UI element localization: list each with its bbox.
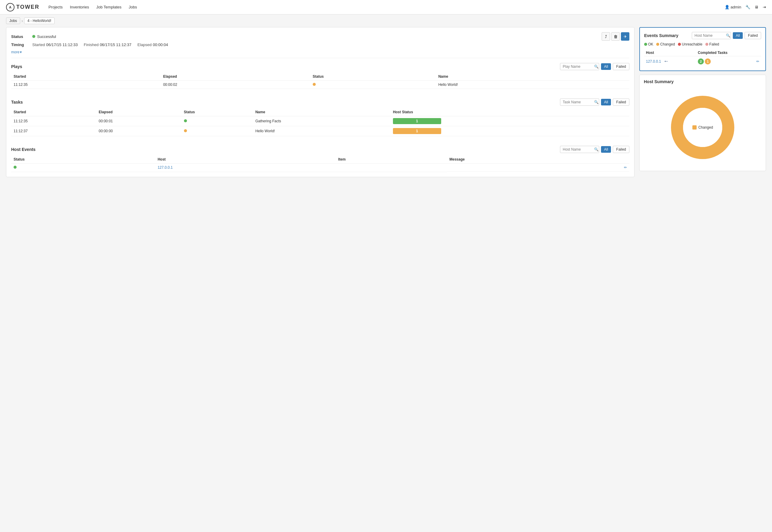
- status-dot: [184, 129, 187, 132]
- plays-col-elapsed: Elapsed: [161, 73, 310, 81]
- status-dot: [32, 35, 35, 38]
- host-status-bar: 1: [393, 118, 441, 124]
- changed-legend-label: Changed: [698, 125, 713, 130]
- started-item: Started 06/17/15 11:12:33: [32, 42, 78, 47]
- host-events-search-box: 🔍: [560, 146, 599, 153]
- changed-legend-swatch: [692, 125, 697, 130]
- status-actions: ⤴ 🗑 ✈: [602, 32, 629, 41]
- tasks-col-host-status: Host Status: [391, 108, 629, 116]
- status-value: Successful: [32, 34, 602, 39]
- plays-title: Plays: [11, 64, 22, 69]
- ok-label: OK: [648, 42, 653, 46]
- events-summary-filter: 🔍 All Failed: [692, 32, 761, 39]
- nav-jobs[interactable]: Jobs: [129, 5, 137, 9]
- top-nav: A TOWER Projects Inventories Job Templat…: [0, 0, 772, 14]
- events-search-input[interactable]: [695, 33, 725, 38]
- delete-button[interactable]: 🗑: [611, 32, 620, 41]
- breadcrumb: Jobs › 4 - HelloWorld!: [0, 14, 772, 27]
- breadcrumb-jobs[interactable]: Jobs: [6, 17, 20, 24]
- tasks-search-input[interactable]: [563, 100, 593, 104]
- plays-all-button[interactable]: All: [601, 63, 611, 70]
- legend-unreachable: Unreachable: [678, 42, 702, 46]
- failed-label: Failed: [709, 42, 719, 46]
- play-started: 11:12:35: [11, 81, 161, 89]
- right-panel: Events Summary 🔍 All Failed OK: [639, 27, 766, 177]
- table-row: 11:12:37 00:00:00 Hello World! 1: [11, 126, 629, 136]
- finished-item: Finished 06/17/15 11:12:37: [84, 42, 131, 47]
- chevron-down-icon: ▾: [20, 50, 22, 54]
- status-dot: [14, 166, 17, 169]
- status-row: Status Successful ⤴ 🗑 ✈: [11, 32, 629, 41]
- host-events-failed-button[interactable]: Failed: [613, 146, 629, 153]
- wrench-icon[interactable]: 🔧: [745, 5, 750, 9]
- task-name: Gathering Facts: [253, 116, 391, 126]
- finished-value: 06/17/15 11:12:37: [100, 42, 131, 47]
- he-col-status: Status: [11, 155, 155, 164]
- tasks-filter: 🔍 All Failed: [560, 99, 629, 106]
- external-link-button[interactable]: ⤴: [602, 32, 610, 41]
- plays-filter: 🔍 All Failed: [560, 63, 629, 70]
- timing-label: Timing: [11, 42, 32, 47]
- ev-tasks: 2 1 ✏: [696, 56, 761, 67]
- donut-legend: Changed: [692, 125, 713, 130]
- user-icon: 👤: [725, 5, 730, 9]
- nav-inventories[interactable]: Inventories: [70, 5, 89, 9]
- tasks-failed-button[interactable]: Failed: [613, 99, 629, 106]
- events-summary-title: Events Summary: [644, 33, 679, 38]
- tasks-col-status: Status: [181, 108, 253, 116]
- plays-failed-button[interactable]: Failed: [613, 63, 629, 70]
- monitor-icon[interactable]: 🖥: [755, 5, 758, 9]
- status-section: Status Successful ⤴ 🗑 ✈ Timing Started 0…: [11, 32, 629, 54]
- ok-badge: 2: [698, 58, 704, 64]
- search-icon: 🔍: [594, 100, 599, 104]
- events-legend: OK Changed Unreachable Failed: [644, 42, 761, 46]
- task-started: 11:12:37: [11, 126, 96, 136]
- he-col-item: Item: [336, 155, 447, 164]
- host-events-search-input[interactable]: [563, 147, 593, 152]
- edit-icon[interactable]: ✏: [756, 59, 759, 64]
- play-name: Hello World!: [436, 81, 629, 89]
- table-row: 127.0.0.1 ✏: [11, 164, 629, 172]
- nav-job-templates[interactable]: Job Templates: [96, 5, 121, 9]
- spacer-2: [11, 136, 629, 141]
- plays-search-input[interactable]: [563, 64, 593, 69]
- host-events-table: Status Host Item Message 127.0.0.1 ✏: [11, 155, 629, 172]
- task-host-status: 1: [391, 116, 629, 126]
- main-content: Status Successful ⤴ 🗑 ✈ Timing Started 0…: [0, 27, 772, 183]
- nav-projects[interactable]: Projects: [49, 5, 63, 9]
- he-col-message: Message: [447, 155, 629, 164]
- search-icon: 🔍: [726, 33, 730, 38]
- changed-dot: [656, 43, 659, 46]
- more-link[interactable]: more ▾: [11, 50, 22, 54]
- status-dot: [184, 119, 187, 122]
- ev-host-link[interactable]: 127.0.0.1: [646, 59, 661, 64]
- edit-icon[interactable]: ✏: [624, 165, 627, 170]
- task-elapsed: 00:00:00: [96, 126, 181, 136]
- plays-col-started: Started: [11, 73, 161, 81]
- timing-values: Started 06/17/15 11:12:33 Finished 06/17…: [32, 42, 168, 47]
- unreachable-dot: [678, 43, 681, 46]
- host-link[interactable]: 127.0.0.1: [158, 165, 173, 170]
- logout-icon[interactable]: ⇥: [763, 5, 766, 9]
- he-item: [336, 164, 447, 172]
- breadcrumb-separator: ›: [21, 18, 23, 23]
- events-failed-button[interactable]: Failed: [745, 32, 761, 39]
- rocket-button[interactable]: ✈: [621, 32, 629, 41]
- events-all-button[interactable]: All: [733, 32, 743, 39]
- tasks-title: Tasks: [11, 100, 23, 105]
- host-events-filter: 🔍 All Failed: [560, 146, 629, 153]
- ok-dot: [644, 43, 647, 46]
- donut-container: Changed: [644, 88, 761, 167]
- tasks-all-button[interactable]: All: [601, 99, 611, 105]
- changed-badge: 1: [705, 58, 711, 64]
- logo-icon: A: [6, 3, 14, 11]
- host-events-all-button[interactable]: All: [601, 146, 611, 153]
- started-label: Started: [32, 42, 45, 47]
- tasks-table: Started Elapsed Status Name Host Status …: [11, 108, 629, 136]
- events-search-box: 🔍: [692, 32, 731, 39]
- badges-cell: 2 1 ✏: [698, 58, 759, 64]
- events-summary-header: Events Summary 🔍 All Failed: [644, 32, 761, 39]
- table-row: 11:12:35 00:00:02 Hello World!: [11, 81, 629, 89]
- finished-label: Finished: [84, 42, 99, 47]
- changed-label: Changed: [660, 42, 675, 46]
